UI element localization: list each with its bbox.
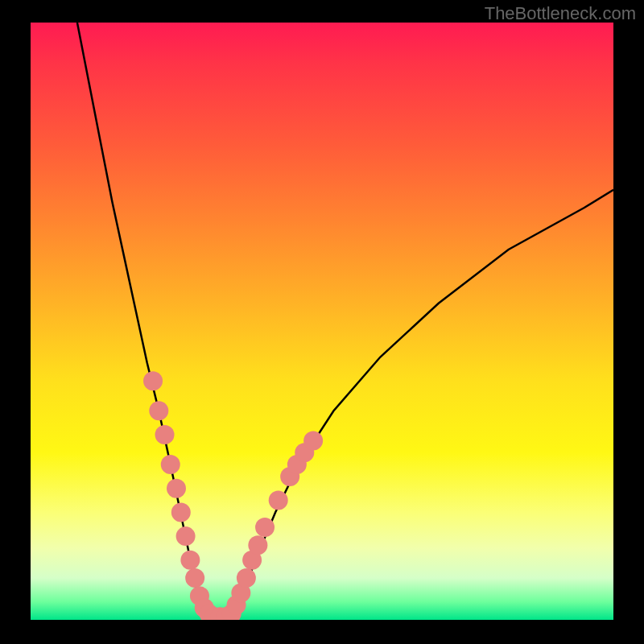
chart-plot-area (31, 23, 613, 620)
marker-point (248, 535, 267, 555)
watermark-text: TheBottleneck.com (485, 3, 636, 24)
marker-point (180, 551, 200, 570)
marker-point (143, 371, 163, 390)
series-right-curve (229, 190, 613, 620)
marker-point (167, 479, 186, 498)
marker-dots (143, 371, 323, 620)
marker-point (185, 568, 204, 588)
marker-point (149, 401, 168, 420)
marker-point (155, 425, 175, 444)
marker-point (161, 455, 180, 474)
chart-svg (31, 23, 613, 620)
marker-point (237, 568, 256, 588)
marker-point (269, 491, 288, 510)
marker-point (176, 526, 196, 546)
curve-lines (77, 23, 613, 620)
marker-point (171, 502, 191, 522)
marker-point (255, 518, 275, 537)
marker-point (303, 431, 323, 450)
